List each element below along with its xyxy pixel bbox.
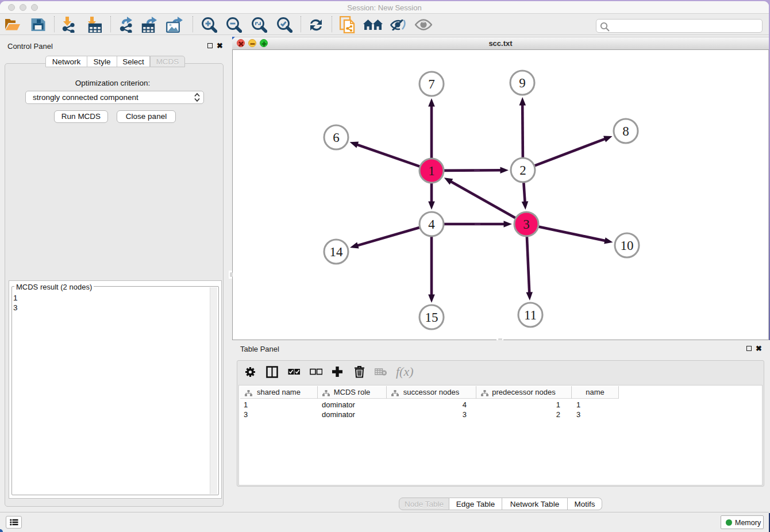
svg-text:4: 4 bbox=[428, 217, 435, 232]
svg-text:2: 2 bbox=[519, 163, 526, 178]
svg-text:6: 6 bbox=[333, 130, 340, 145]
svg-text:14: 14 bbox=[330, 245, 344, 259]
svg-text:10: 10 bbox=[621, 238, 634, 253]
svg-text:7: 7 bbox=[428, 77, 435, 91]
svg-text:3: 3 bbox=[523, 217, 530, 232]
svg-text:1: 1 bbox=[428, 164, 435, 178]
svg-text:9: 9 bbox=[519, 76, 526, 90]
svg-text:15: 15 bbox=[425, 310, 438, 325]
svg-text:8: 8 bbox=[622, 124, 629, 138]
svg-text:11: 11 bbox=[524, 308, 537, 322]
